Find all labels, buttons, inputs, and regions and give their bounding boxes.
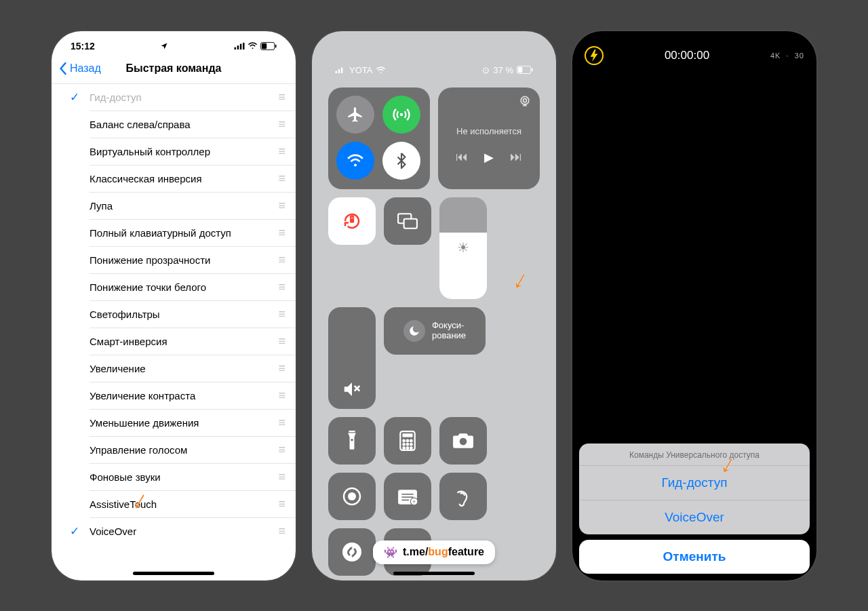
camera-resolution[interactable]: 4K · 30 <box>770 52 804 60</box>
list-item[interactable]: AssistiveTouch≡ <box>90 491 296 518</box>
list-item-label: Управление голосом <box>90 444 187 456</box>
action-sheet-cancel[interactable]: Отменить <box>579 540 810 574</box>
list-item[interactable]: Управление голосом≡ <box>90 437 296 464</box>
screen-record-button[interactable] <box>328 473 376 520</box>
reorder-handle-icon[interactable]: ≡ <box>278 172 285 186</box>
reorder-handle-icon[interactable]: ≡ <box>278 307 285 321</box>
home-indicator[interactable] <box>393 572 475 575</box>
reorder-handle-icon[interactable]: ≡ <box>278 443 285 457</box>
reorder-handle-icon[interactable]: ≡ <box>278 497 285 511</box>
list-item[interactable]: ✓Гид-доступ≡ <box>90 84 296 111</box>
reorder-handle-icon[interactable]: ≡ <box>278 280 285 294</box>
list-item[interactable]: Лупа≡ <box>90 193 296 220</box>
reorder-handle-icon[interactable]: ≡ <box>278 389 285 403</box>
svg-point-30 <box>407 439 409 441</box>
screenshot-shortcut-settings: 15:12 Назад Быстрая команда ✓Гид-доступ≡… <box>52 31 296 580</box>
reorder-handle-icon[interactable]: ≡ <box>278 416 285 430</box>
reorder-handle-icon[interactable]: ≡ <box>278 226 285 240</box>
svg-rect-8 <box>336 71 338 73</box>
list-item[interactable]: Понижение точки белого≡ <box>90 274 296 301</box>
status-time: 15:12 <box>71 41 95 52</box>
list-item-label: Баланс слева/справа <box>90 119 191 130</box>
list-item-label: Увеличение <box>90 363 146 374</box>
reorder-handle-icon[interactable]: ≡ <box>278 334 285 349</box>
notes-button[interactable]: + <box>384 473 431 520</box>
reorder-handle-icon[interactable]: ≡ <box>278 117 285 132</box>
reorder-handle-icon[interactable]: ≡ <box>278 144 285 159</box>
svg-rect-22 <box>404 218 417 228</box>
list-item-label: Смарт-инверсия <box>90 336 167 347</box>
mute-icon <box>342 379 362 399</box>
action-sheet: Команды Универсального доступа Гид-досту… <box>579 444 810 574</box>
reorder-handle-icon[interactable]: ≡ <box>278 361 285 376</box>
svg-point-38 <box>460 437 467 445</box>
wifi-toggle[interactable] <box>336 142 374 180</box>
list-item[interactable]: Светофильтры≡ <box>90 301 296 328</box>
list-item[interactable]: Увеличение контраста≡ <box>90 382 296 410</box>
list-item-label: Увеличение контраста <box>90 390 195 401</box>
airplane-mode-toggle[interactable] <box>336 96 374 134</box>
cellular-data-toggle[interactable] <box>382 96 420 134</box>
list-item[interactable]: Виртуальный контроллер≡ <box>90 138 296 165</box>
airplay-icon <box>518 94 532 108</box>
action-option-guided-access[interactable]: Гид-доступ <box>579 466 810 500</box>
volume-slider[interactable] <box>328 307 376 409</box>
moon-icon <box>403 320 425 342</box>
space-invader-icon: 👾 <box>384 546 397 559</box>
list-item-label: Фоновые звуки <box>90 471 161 483</box>
location-arrow-icon <box>160 42 168 50</box>
list-item[interactable]: Классическая инверсия≡ <box>90 165 296 193</box>
back-button[interactable]: Назад <box>52 62 101 75</box>
battery-icon <box>517 66 533 74</box>
list-item[interactable]: Понижение прозрачности≡ <box>90 247 296 274</box>
focus-label: Фокуси- рование <box>432 321 466 340</box>
reorder-handle-icon[interactable]: ≡ <box>278 470 285 484</box>
camera-button[interactable] <box>439 417 487 465</box>
list-item[interactable]: Уменьшение движения≡ <box>90 410 296 437</box>
list-item[interactable]: Полный клавиатурный доступ≡ <box>90 220 296 247</box>
reorder-handle-icon[interactable]: ≡ <box>278 524 285 538</box>
wifi-icon <box>376 66 386 74</box>
list-item[interactable]: Баланс слева/справа≡ <box>90 111 296 138</box>
svg-point-31 <box>410 439 412 441</box>
svg-rect-14 <box>518 67 522 73</box>
reorder-handle-icon[interactable]: ≡ <box>278 199 285 213</box>
svg-point-47 <box>342 543 361 561</box>
play-icon[interactable]: ▶ <box>484 150 494 165</box>
list-item[interactable]: Фоновые звуки≡ <box>90 464 296 491</box>
connectivity-tile[interactable] <box>328 87 430 189</box>
brightness-slider[interactable]: ☀ <box>439 197 487 299</box>
prev-track-icon[interactable]: ⏮ <box>456 150 468 165</box>
orientation-lock-toggle[interactable] <box>328 197 376 245</box>
action-option-voiceover[interactable]: VoiceOver <box>579 500 810 534</box>
flashlight-button[interactable] <box>328 417 376 465</box>
home-indicator[interactable] <box>133 572 214 575</box>
list-item[interactable]: Смарт-инверсия≡ <box>90 328 296 355</box>
back-label: Назад <box>70 62 101 75</box>
shazam-button[interactable] <box>328 528 376 576</box>
svg-rect-28 <box>403 433 413 437</box>
svg-point-35 <box>403 447 405 449</box>
svg-point-4 <box>252 47 254 49</box>
flash-auto-button[interactable] <box>585 46 604 65</box>
bluetooth-toggle[interactable] <box>382 142 420 180</box>
hearing-button[interactable] <box>439 473 487 520</box>
sun-icon: ☀ <box>457 239 469 256</box>
status-bar: 15:12 <box>52 31 296 54</box>
svg-point-18 <box>524 98 527 102</box>
calculator-button[interactable] <box>384 417 431 465</box>
focus-mode-button[interactable]: Фокуси- рование <box>384 307 486 355</box>
record-timer: 00:00:00 <box>665 49 709 62</box>
svg-rect-3 <box>243 43 245 50</box>
next-track-icon[interactable]: ⏭ <box>510 150 522 165</box>
list-item-label: AssistiveTouch <box>90 498 157 510</box>
list-item[interactable]: ✓VoiceOver≡ <box>90 518 296 545</box>
reorder-handle-icon[interactable]: ≡ <box>278 253 285 267</box>
screen-mirroring-button[interactable] <box>384 197 431 245</box>
media-playback-tile[interactable]: Не исполняется ⏮ ▶ ⏭ <box>438 87 540 189</box>
list-item-label: Понижение прозрачности <box>90 254 210 266</box>
shortcut-list: ✓Гид-доступ≡Баланс слева/справа≡Виртуаль… <box>52 84 296 545</box>
svg-point-17 <box>354 163 357 166</box>
reorder-handle-icon[interactable]: ≡ <box>278 90 285 104</box>
list-item[interactable]: Увеличение≡ <box>90 355 296 382</box>
